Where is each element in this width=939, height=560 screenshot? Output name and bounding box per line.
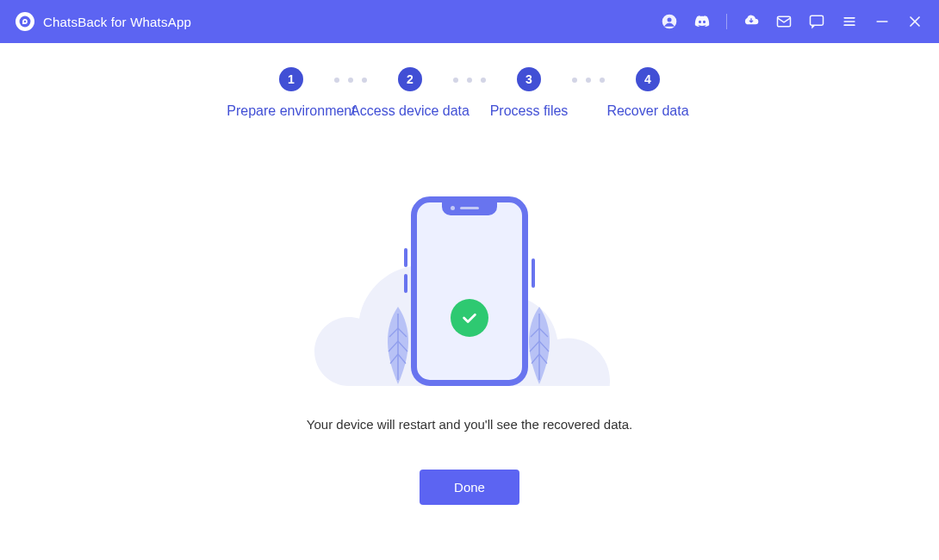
status-message: Your device will restart and you'll see … xyxy=(307,417,632,432)
step-number: 4 xyxy=(636,67,660,91)
account-icon[interactable] xyxy=(661,13,678,30)
step-number: 2 xyxy=(398,67,422,91)
svg-rect-5 xyxy=(811,16,824,25)
app-title: ChatsBack for WhatsApp xyxy=(43,15,191,29)
minimize-icon[interactable] xyxy=(874,13,891,30)
success-illustration xyxy=(306,196,633,386)
cloud-icon[interactable] xyxy=(743,13,760,30)
mail-icon[interactable] xyxy=(775,13,793,30)
menu-icon[interactable] xyxy=(841,13,858,30)
step-label: Process files xyxy=(490,103,569,119)
app-logo-icon xyxy=(16,12,34,31)
stepper: 1 Prepare environment 2 Access device da… xyxy=(201,67,738,119)
titlebar-divider xyxy=(726,14,727,29)
step-recover-data: 4 Recover data xyxy=(557,67,738,119)
done-button[interactable]: Done xyxy=(420,470,519,505)
titlebar-left: ChatsBack for WhatsApp xyxy=(16,12,191,31)
close-icon[interactable] xyxy=(906,13,923,30)
content-area: 1 Prepare environment 2 Access device da… xyxy=(0,43,939,560)
step-label: Recover data xyxy=(606,103,688,119)
step-number: 3 xyxy=(517,67,541,91)
svg-point-1 xyxy=(24,21,26,22)
step-number: 1 xyxy=(279,67,303,91)
discord-icon[interactable] xyxy=(693,13,711,30)
checkmark-icon xyxy=(451,299,488,337)
svg-point-3 xyxy=(668,17,672,22)
titlebar-right xyxy=(661,13,923,30)
feedback-icon[interactable] xyxy=(808,13,825,30)
phone-icon xyxy=(411,196,528,386)
titlebar: ChatsBack for WhatsApp xyxy=(0,0,939,43)
app-window: ChatsBack for WhatsApp xyxy=(0,0,939,560)
